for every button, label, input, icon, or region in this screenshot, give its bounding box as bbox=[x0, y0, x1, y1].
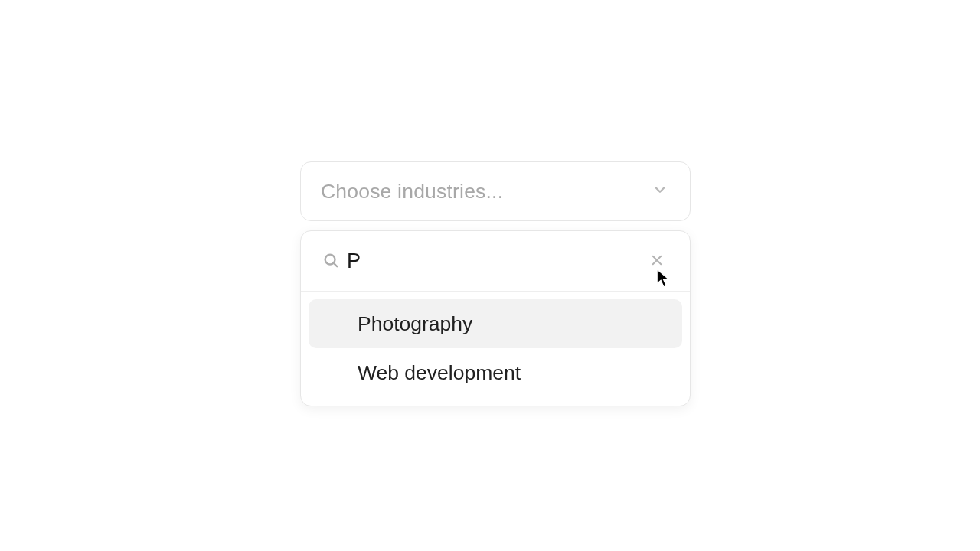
search-icon bbox=[322, 250, 345, 272]
svg-line-1 bbox=[334, 263, 338, 267]
industries-dropdown-panel: Photography Web development bbox=[300, 230, 691, 406]
option-web-development[interactable]: Web development bbox=[309, 348, 682, 397]
option-photography[interactable]: Photography bbox=[309, 299, 682, 348]
industries-multiselect-trigger[interactable]: Choose industries... bbox=[300, 161, 691, 221]
option-label: Web development bbox=[358, 361, 521, 385]
option-label: Photography bbox=[358, 312, 472, 336]
chevron-down-icon bbox=[652, 181, 668, 201]
close-icon bbox=[650, 258, 664, 269]
search-row bbox=[301, 231, 690, 292]
options-list: Photography Web development bbox=[301, 292, 690, 406]
clear-search-button[interactable] bbox=[647, 250, 667, 272]
multiselect-placeholder: Choose industries... bbox=[321, 180, 503, 204]
search-input[interactable] bbox=[345, 246, 647, 276]
